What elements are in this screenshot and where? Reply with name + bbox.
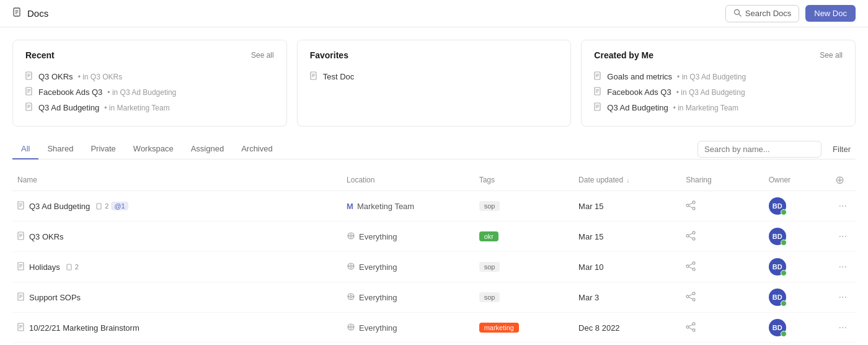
avatar-dot <box>781 331 787 337</box>
row-name-cell: Support SOPs <box>12 282 342 313</box>
created-item-name: Q3 Ad Budgeting <box>607 103 668 112</box>
row-date-cell: Mar 3 <box>574 282 681 313</box>
row-location-cell: Everything <box>342 282 474 313</box>
recent-see-all[interactable]: See all <box>251 51 274 60</box>
search-docs-button[interactable]: Search Docs <box>725 5 799 22</box>
created-item-sub: • in Marketing Team <box>673 104 738 112</box>
svg-point-84 <box>693 323 695 325</box>
col-header-add: ⊕ <box>830 169 856 191</box>
row-name-cell: Holidays 2 <box>12 252 342 282</box>
row-name-cell: Q3 Ad Budgeting 2 @1 <box>12 191 342 222</box>
everything-icon <box>347 292 355 303</box>
avatar-dot <box>781 300 787 307</box>
table-row: Holidays 2 Everyth <box>12 252 856 282</box>
doc-name[interactable]: Holidays <box>29 262 60 272</box>
header-left: Docs <box>12 7 48 19</box>
tag-badge[interactable]: marketing <box>479 323 519 333</box>
tag-badge[interactable]: sop <box>479 262 500 272</box>
svg-point-50 <box>693 231 695 234</box>
row-owner-cell: BD <box>764 282 830 313</box>
tag-badge[interactable]: sop <box>479 201 500 211</box>
row-more-cell: ··· <box>830 222 856 252</box>
row-location-cell: M Marketing Team <box>342 191 474 222</box>
list-item[interactable]: Q3 OKRs • in Q3 OKRs <box>25 69 274 84</box>
svg-line-65 <box>689 264 693 266</box>
search-name-input[interactable] <box>698 141 822 158</box>
svg-point-86 <box>693 329 695 331</box>
row-location-cell: Everything <box>342 222 474 252</box>
doc-name[interactable]: 10/22/21 Marketing Brainstorm <box>29 323 140 333</box>
table-header-row: Name Location Tags Date updated ↓ Sharin… <box>12 169 856 191</box>
row-name-cell: 10/22/21 Marketing Brainstorm <box>12 313 342 343</box>
tab-archived[interactable]: Archived <box>232 139 281 159</box>
row-tags-cell: sop <box>474 252 574 282</box>
list-item[interactable]: Facebook Ads Q3 • in Q3 Ad Budgeting <box>25 84 274 100</box>
row-owner-cell: BD <box>764 191 830 222</box>
doc-count-badge: 2 <box>66 263 79 271</box>
filter-button[interactable]: Filter <box>828 141 856 157</box>
sort-icon: ↓ <box>626 176 630 184</box>
docs-table: Name Location Tags Date updated ↓ Sharin… <box>12 169 856 343</box>
list-item[interactable]: Facebook Ads Q3 • in Q3 Ad Budgeting <box>594 84 843 100</box>
tag-badge[interactable]: sop <box>479 292 500 302</box>
avatar-dot <box>781 240 787 246</box>
row-name-cell: Q3 OKRs <box>12 222 342 252</box>
row-tags-cell: marketing <box>474 313 574 343</box>
recent-card: Recent See all Q3 OKRs • in Q3 OKRs Face… <box>12 40 287 127</box>
add-column-button[interactable]: ⊕ <box>835 173 844 187</box>
avatar-dot <box>781 270 787 276</box>
row-more-cell: ··· <box>830 252 856 282</box>
col-header-owner: Owner <box>764 169 830 191</box>
share-icon <box>686 232 696 243</box>
doc-file-icon <box>25 71 33 82</box>
doc-name[interactable]: Q3 OKRs <box>29 232 64 241</box>
tag-badge[interactable]: okr <box>479 231 498 241</box>
doc-name[interactable]: Q3 Ad Budgeting <box>29 202 90 211</box>
table-row: Support SOPs Everything sop Mar 3 <box>12 282 856 313</box>
tab-shared[interactable]: Shared <box>38 139 82 159</box>
col-header-date-updated[interactable]: Date updated ↓ <box>574 169 681 191</box>
row-date-cell: Mar 15 <box>574 222 681 252</box>
tab-all[interactable]: All <box>12 139 38 159</box>
svg-rect-38 <box>97 204 101 209</box>
share-icon <box>686 262 696 273</box>
row-more-button[interactable]: ··· <box>835 260 851 274</box>
created-item-sub: • in Q3 Ad Budgeting <box>677 73 746 81</box>
tab-workspace[interactable]: Workspace <box>125 139 182 159</box>
row-more-button[interactable]: ··· <box>835 290 851 304</box>
row-more-button[interactable]: ··· <box>835 321 851 334</box>
favorites-card: Favorites Test Doc <box>297 40 572 127</box>
row-date-cell: Mar 10 <box>574 252 681 282</box>
svg-line-5 <box>738 14 741 16</box>
header-right: Search Docs New Doc <box>725 5 856 22</box>
row-more-button[interactable]: ··· <box>835 199 851 213</box>
row-more-cell: ··· <box>830 282 856 313</box>
list-item[interactable]: Test Doc <box>310 69 559 84</box>
created-item-name: Facebook Ads Q3 <box>607 87 671 97</box>
new-doc-button[interactable]: New Doc <box>805 5 856 22</box>
doc-file-icon <box>594 102 602 113</box>
tab-private[interactable]: Private <box>82 139 124 159</box>
doc-file-icon <box>17 292 25 303</box>
doc-file-icon <box>17 262 25 272</box>
list-item[interactable]: Q3 Ad Budgeting • in Marketing Team <box>594 100 843 115</box>
list-item[interactable]: Q3 Ad Budgeting • in Marketing Team <box>25 100 274 115</box>
doc-file-icon <box>594 87 602 97</box>
everything-icon <box>347 262 355 272</box>
row-sharing-cell <box>681 282 763 313</box>
doc-name[interactable]: Support SOPs <box>29 293 81 302</box>
created-see-all[interactable]: See all <box>820 51 843 60</box>
list-item[interactable]: Goals and metrics • in Q3 Ad Budgeting <box>594 69 843 84</box>
tab-assigned[interactable]: Assigned <box>182 139 232 159</box>
search-docs-label: Search Docs <box>745 9 791 18</box>
doc-file-icon <box>17 231 25 242</box>
col-header-sharing: Sharing <box>681 169 763 191</box>
cards-row: Recent See all Q3 OKRs • in Q3 OKRs Face… <box>0 27 868 127</box>
doc-file-icon <box>594 71 602 82</box>
svg-point-40 <box>686 204 689 207</box>
workspace-icon: M <box>347 202 353 211</box>
row-more-button[interactable]: ··· <box>835 230 851 243</box>
svg-point-75 <box>693 298 695 301</box>
row-owner-cell: BD <box>764 313 830 343</box>
doc-file-icon <box>25 102 33 113</box>
